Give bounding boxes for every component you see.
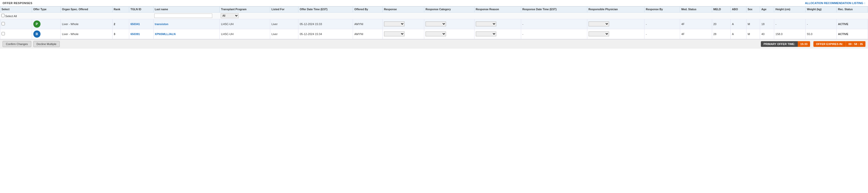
filter-offered-by xyxy=(353,12,382,19)
cell-select-1[interactable] xyxy=(0,29,32,39)
last-name-filter-input[interactable] xyxy=(154,13,212,18)
cell-rec-status-0: ACTIVE xyxy=(837,19,868,29)
cell-listed-for-0: Liver xyxy=(270,19,299,29)
filter-response-reason xyxy=(474,12,521,19)
cell-meld-0: 20 xyxy=(712,19,731,29)
filter-meld xyxy=(712,12,731,19)
filter-offer-type xyxy=(32,12,61,19)
cell-response-category-0[interactable] xyxy=(424,19,474,29)
col-response-category: Response Category xyxy=(424,7,474,12)
cell-offer-type-0: P xyxy=(32,19,61,29)
col-sex: Sex xyxy=(746,7,760,12)
filter-sex xyxy=(746,12,760,19)
cell-med-status-0: 4F xyxy=(680,19,712,29)
filter-select[interactable]: Select All xyxy=(0,12,32,19)
cell-response-date-time-0: - xyxy=(521,19,587,29)
filter-offer-date-time xyxy=(299,12,353,19)
cell-responsible-physician-1[interactable] xyxy=(587,29,645,39)
cell-offer-date-time-0: 05-12-2024 15:33 xyxy=(299,19,353,29)
cell-response-reason-1[interactable] xyxy=(474,29,521,39)
cell-response-reason-0[interactable] xyxy=(474,19,521,29)
cell-response-by-0: - xyxy=(645,19,680,29)
cell-transplant-program-0: LHSC-UH xyxy=(220,19,270,29)
col-meld: MELD xyxy=(712,7,731,12)
cell-offer-date-time-1: 05-12-2024 15:34 xyxy=(299,29,353,39)
footer-bar: Confirm Changes Decline Multiple PRIMARY… xyxy=(0,39,868,49)
cell-last-name-1[interactable]: XPNSMLLJALN xyxy=(153,29,220,39)
cell-med-status-1: 4F xyxy=(680,29,712,39)
cell-meld-1: 28 xyxy=(712,29,731,39)
cell-tgln-id-0[interactable]: 650341 xyxy=(129,19,153,29)
offer-responses-table: Select Offer Type Organ Spec. Offered Ra… xyxy=(0,6,868,39)
cell-weight-1: 55.0 xyxy=(805,29,836,39)
col-select: Select xyxy=(0,7,32,12)
page-title: OFFER RESPONSES xyxy=(3,2,32,5)
cell-last-name-0[interactable]: transiston xyxy=(153,19,220,29)
cell-transplant-program-1: LHSC-UH xyxy=(220,29,270,39)
cell-age-1: 40 xyxy=(760,29,774,39)
filter-last-name[interactable] xyxy=(153,12,220,19)
offer-type-badge-0: P xyxy=(33,21,40,28)
tgln-link-1[interactable]: 650391 xyxy=(130,33,140,36)
filter-responsible-physician xyxy=(587,12,645,19)
response-select-1[interactable]: Accept Decline xyxy=(384,32,405,36)
cell-age-0: 18 xyxy=(760,19,774,29)
offer-expires-timer-group: OFFER EXPIRES IN: 00 : 58 : 35 xyxy=(813,41,865,47)
cell-responsible-physician-0[interactable] xyxy=(587,19,645,29)
cell-response-category-1[interactable] xyxy=(424,29,474,39)
responsible-physician-select-0[interactable] xyxy=(589,22,609,26)
filter-rec-status xyxy=(837,12,868,19)
filter-height xyxy=(774,12,806,19)
col-response-date-time: Response Date Time (EST) xyxy=(521,7,587,12)
col-abo: ABO xyxy=(731,7,746,12)
footer-timers: PRIMARY OFFER TIME: 15:33 OFFER EXPIRES … xyxy=(759,41,865,47)
decline-multiple-button[interactable]: Decline Multiple xyxy=(33,41,60,47)
col-responsible-physician: Responsible Physician xyxy=(587,7,645,12)
transplant-program-filter-select[interactable]: All LHSC-UH xyxy=(221,13,239,18)
response-category-select-1[interactable] xyxy=(426,32,446,36)
col-listed-for: Listed For xyxy=(270,7,299,12)
column-header-row: Select Offer Type Organ Spec. Offered Ra… xyxy=(0,7,868,12)
row-checkbox-0[interactable] xyxy=(2,22,5,25)
confirm-changes-button[interactable]: Confirm Changes xyxy=(3,41,31,47)
table-row: B Liver - Whole 3 650391 XPNSMLLJALN LHS… xyxy=(0,29,868,39)
select-all-label[interactable]: Select All xyxy=(1,14,17,18)
offer-responses-table-container: Select Offer Type Organ Spec. Offered Ra… xyxy=(0,6,868,39)
cell-response-0[interactable]: Accept Decline xyxy=(382,19,424,29)
cell-tgln-id-1[interactable]: 650391 xyxy=(129,29,153,39)
cell-offered-by-0: AMYNI xyxy=(353,19,382,29)
page-header: OFFER RESPONSES ALLOCATION RECOMMENDATIO… xyxy=(0,0,868,6)
col-offered-by: Offered By xyxy=(353,7,382,12)
filter-listed-for xyxy=(270,12,299,19)
cell-offered-by-1: AMYNI xyxy=(353,29,382,39)
filter-rank xyxy=(112,12,129,19)
col-transplant-program: Transplant Program xyxy=(220,7,270,12)
primary-offer-timer-group: PRIMARY OFFER TIME: 15:33 xyxy=(761,41,810,47)
filter-weight xyxy=(805,12,836,19)
response-category-select-0[interactable] xyxy=(426,22,446,26)
cell-sex-1: M xyxy=(746,29,760,39)
cell-response-1[interactable]: Accept Decline xyxy=(382,29,424,39)
response-reason-select-0[interactable] xyxy=(476,22,496,26)
select-all-checkbox[interactable] xyxy=(1,14,5,17)
last-name-link-0[interactable]: transiston xyxy=(155,23,168,26)
col-rec-status: Rec. Status xyxy=(837,7,868,12)
col-height: Height (cm) xyxy=(774,7,806,12)
offer-type-badge-1: B xyxy=(33,31,40,38)
filter-transplant-program[interactable]: All LHSC-UH xyxy=(220,12,270,19)
cell-response-by-1: - xyxy=(645,29,680,39)
last-name-link-1[interactable]: XPNSMLLJALN xyxy=(155,33,176,36)
col-last-name: Last name xyxy=(153,7,220,12)
row-checkbox-1[interactable] xyxy=(2,32,5,35)
tgln-link-0[interactable]: 650341 xyxy=(130,23,140,26)
primary-offer-time-value: 15:33 xyxy=(798,41,810,47)
cell-rank-1: 3 xyxy=(112,29,129,39)
col-med-status: Med. Status xyxy=(680,7,712,12)
responsible-physician-select-1[interactable] xyxy=(589,32,609,36)
allocation-recommendation-link[interactable]: ALLOCATION RECOMMENDATION LISTING xyxy=(805,2,865,5)
cell-rank-0: 2 xyxy=(112,19,129,29)
response-select-0[interactable]: Accept Decline xyxy=(384,22,405,26)
cell-listed-for-1: Liver xyxy=(270,29,299,39)
cell-select-0[interactable] xyxy=(0,19,32,29)
response-reason-select-1[interactable] xyxy=(476,32,496,36)
